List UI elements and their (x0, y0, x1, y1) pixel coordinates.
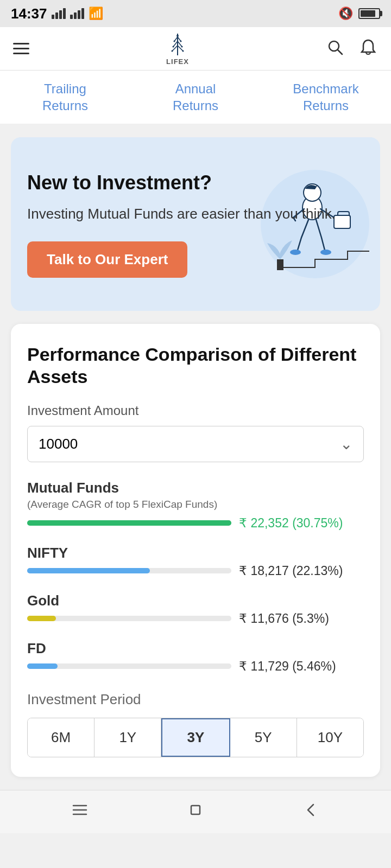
svg-point-6 (182, 50, 184, 52)
tab-benchmark-returns[interactable]: BenchmarkReturns (261, 71, 391, 124)
notification-icon[interactable] (358, 38, 378, 60)
nav-home-icon[interactable] (186, 800, 205, 824)
svg-point-0 (176, 35, 179, 37)
header-icons (326, 38, 378, 60)
signal-icon-2 (70, 8, 84, 19)
svg-point-3 (173, 46, 174, 48)
nav-back-icon[interactable] (301, 800, 321, 824)
asset-nifty-name: NIFTY (27, 545, 364, 561)
svg-point-4 (181, 46, 183, 48)
nifty-bar-fill (27, 568, 150, 573)
banner-description: Investing Mutual Funds are easier than y… (27, 204, 364, 224)
asset-mutual-funds-name: Mutual Funds (27, 480, 364, 496)
talk-to-expert-button[interactable]: Talk to Our Expert (27, 241, 187, 278)
fd-value: ₹ 11,729 (5.46%) (239, 659, 364, 674)
battery-icon (358, 8, 380, 19)
nav-menu-icon[interactable] (70, 800, 90, 824)
svg-line-8 (338, 50, 342, 54)
investment-amount-value: 10000 (39, 436, 78, 452)
svg-point-5 (172, 50, 173, 52)
period-5y-button[interactable]: 5Y (230, 718, 297, 757)
nifty-bar-track (27, 568, 231, 573)
svg-point-2 (180, 41, 182, 42)
period-1y-button[interactable]: 1Y (94, 718, 161, 757)
period-label: Investment Period (27, 691, 364, 708)
asset-fd: FD ₹ 11,729 (5.46%) (27, 640, 364, 674)
asset-gold: Gold ₹ 11,676 (5.3%) (27, 592, 364, 626)
tab-annual-returns[interactable]: AnnualReturns (130, 71, 261, 124)
asset-fd-name: FD (27, 640, 364, 657)
investment-amount-label: Investment Amount (27, 403, 364, 418)
time-display: 14:37 (11, 5, 47, 22)
status-bar: 14:37 📶 🔇 (0, 0, 391, 27)
mutual-funds-bar-track (27, 520, 231, 526)
asset-mutual-funds: Mutual Funds (Average CAGR of top 5 Flex… (27, 480, 364, 531)
asset-nifty: NIFTY ₹ 18,217 (22.13%) (27, 545, 364, 578)
chevron-down-icon: ⌄ (340, 435, 352, 453)
svg-point-1 (174, 41, 175, 42)
signal-icon (52, 8, 66, 19)
period-3y-button[interactable]: 3Y (161, 718, 230, 757)
fd-bar-fill (27, 663, 58, 669)
wifi-icon: 📶 (89, 7, 103, 21)
search-icon[interactable] (326, 38, 345, 60)
logo-icon (165, 31, 191, 58)
logo-area: LIFEX (165, 31, 191, 66)
asset-mutual-funds-subtitle: (Average CAGR of top 5 FlexiCap Funds) (27, 499, 364, 510)
investment-amount-select[interactable]: 10000 ⌄ (27, 426, 364, 462)
gold-value: ₹ 11,676 (5.3%) (239, 611, 364, 626)
gold-bar-track (27, 616, 231, 621)
investment-period-section: Investment Period 6M 1Y 3Y 5Y 10Y (27, 691, 364, 757)
gold-bar-fill (27, 616, 56, 621)
investment-banner: New to Investment? Investing Mutual Fund… (11, 137, 380, 311)
asset-gold-name: Gold (27, 592, 364, 609)
mute-icon: 🔇 (338, 7, 353, 21)
tab-trailing-returns[interactable]: TrailingReturns (0, 71, 130, 124)
bottom-nav-bar (0, 790, 391, 833)
hamburger-menu[interactable] (13, 43, 29, 54)
fd-bar-track (27, 663, 231, 669)
returns-tabs-bar: TrailingReturns AnnualReturns BenchmarkR… (0, 71, 391, 124)
period-10y-button[interactable]: 10Y (297, 718, 363, 757)
performance-card: Performance Comparison of Different Asse… (11, 324, 380, 777)
nifty-value: ₹ 18,217 (22.13%) (239, 564, 364, 578)
mutual-funds-bar-fill (27, 520, 231, 526)
performance-card-title: Performance Comparison of Different Asse… (27, 343, 364, 388)
period-buttons-group: 6M 1Y 3Y 5Y 10Y (27, 718, 364, 757)
svg-rect-19 (191, 806, 200, 814)
app-header: LIFEX (0, 27, 391, 71)
banner-title: New to Investment? (27, 171, 364, 194)
logo-text: LIFEX (166, 58, 189, 66)
banner-content: New to Investment? Investing Mutual Fund… (27, 171, 364, 278)
period-6m-button[interactable]: 6M (28, 718, 94, 757)
mutual-funds-value: ₹ 22,352 (30.75%) (239, 516, 364, 531)
